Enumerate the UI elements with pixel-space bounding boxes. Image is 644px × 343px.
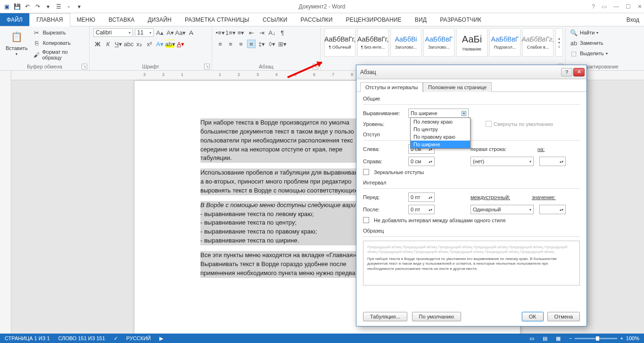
align-justify-icon[interactable]: ≡ (247, 40, 256, 48)
font-color-icon[interactable]: A▾ (176, 40, 185, 48)
qat-customize-icon[interactable]: ▾ (44, 3, 52, 10)
new-doc-icon[interactable]: ▫ (65, 3, 73, 10)
borders-icon[interactable]: ⊞▾ (278, 40, 287, 48)
spacing-before-input[interactable]: 0 пт▴▾ (408, 192, 435, 202)
vertical-ruler[interactable] (0, 71, 11, 334)
styles-more[interactable]: ▴▾≡ (555, 28, 563, 57)
tab-menu[interactable]: Меню (70, 13, 102, 26)
qat-more-icon[interactable]: ▾ (75, 3, 83, 10)
maximize-icon[interactable]: ☐ (626, 3, 631, 10)
word-icon[interactable]: ▣ (3, 3, 10, 10)
zoom-slider[interactable] (575, 338, 617, 339)
dialog-tab-position[interactable]: Положение на странице (423, 82, 492, 92)
select-button[interactable]: ⬚Выделить▾ (570, 49, 608, 58)
line-spacing-select[interactable]: Одинарный▾ (471, 205, 534, 214)
multilevel-icon[interactable]: ≡▾ (237, 28, 245, 37)
tab-mailings[interactable]: РАССЫЛКИ (294, 13, 339, 26)
tab-references[interactable]: ССЫЛКИ (256, 13, 294, 26)
increase-indent-icon[interactable]: ⇥ (257, 28, 266, 37)
find-button[interactable]: 🔍Найти▾ (570, 28, 598, 37)
option-left[interactable]: По левому краю (411, 118, 470, 125)
style-heading2[interactable]: АаБбВвГЗаголово... (423, 28, 454, 57)
tab-layout[interactable]: РАЗМЕТКА СТРАНИЦЫ (178, 13, 256, 26)
first-line-select[interactable]: (нет)▾ (471, 157, 534, 166)
clear-format-icon[interactable]: A̶ (187, 28, 195, 37)
dialog-close-icon[interactable]: ✕ (573, 68, 585, 76)
line-spacing-value-input[interactable]: ▴▾ (539, 205, 566, 214)
dialog-tab-indents[interactable]: Отступы и интервалы (360, 82, 423, 92)
view-read-icon[interactable]: ▭ (529, 335, 534, 342)
highlight-icon[interactable]: ab▾ (166, 40, 174, 48)
ok-button[interactable]: OK (522, 312, 544, 321)
italic-icon[interactable]: К (104, 40, 112, 48)
view-web-icon[interactable]: ▦ (556, 335, 561, 342)
tab-file[interactable]: ФАЙЛ (0, 13, 29, 26)
indent-right-input[interactable]: 0 см▴▾ (408, 157, 435, 166)
replace-button[interactable]: abЗаменить (570, 39, 603, 47)
paragraph-launcher[interactable]: ↘ (313, 64, 318, 69)
numbering-icon[interactable]: 1≡▾ (226, 28, 235, 37)
mirror-checkbox[interactable] (363, 169, 369, 175)
status-page[interactable]: СТРАНИЦА 1 ИЗ 1 (5, 335, 50, 341)
tab-home[interactable]: ГЛАВНАЯ (29, 13, 70, 26)
style-no-spacing[interactable]: АаБбВвГг,¶ Без инте... (357, 28, 388, 57)
strike-icon[interactable]: abc (124, 40, 133, 48)
align-right-icon[interactable]: ≡ (237, 40, 245, 48)
option-justify[interactable]: По ширине (411, 141, 470, 148)
text-effects-icon[interactable]: A▾ (156, 40, 164, 48)
sort-icon[interactable]: A↓ (268, 28, 276, 37)
font-size-select[interactable]: 11▾ (135, 28, 154, 37)
status-lang[interactable]: РУССКИЙ (126, 335, 151, 341)
no-space-checkbox[interactable] (363, 217, 369, 223)
align-center-icon[interactable]: ≡ (226, 40, 235, 48)
style-normal[interactable]: АаБбВвГг,¶ Обычный (324, 28, 355, 57)
superscript-icon[interactable]: x² (145, 40, 154, 48)
format-painter-button[interactable]: 🖌Формат по образцу (33, 49, 85, 60)
tab-view[interactable]: ВИД (408, 13, 433, 26)
copy-button[interactable]: ⎘Копировать (33, 39, 85, 47)
tabs-button[interactable]: Табуляция... (363, 312, 407, 321)
bold-icon[interactable]: Ж (93, 40, 102, 48)
status-macro-icon[interactable]: ▶ (159, 335, 163, 342)
first-line-value-input[interactable]: ▴▾ (539, 157, 566, 166)
dialog-titlebar[interactable]: Абзац ? ✕ (356, 65, 586, 79)
view-print-icon[interactable]: ▤ (543, 335, 547, 342)
tab-review[interactable]: РЕЦЕНЗИРОВАНИЕ (339, 13, 408, 26)
change-case-icon[interactable]: Aa▾ (176, 28, 185, 37)
option-center[interactable]: По центру (411, 125, 470, 133)
default-button[interactable]: По умолчанию (412, 312, 461, 321)
decrease-indent-icon[interactable]: ⇤ (247, 28, 256, 37)
bullets-icon[interactable]: •≡▾ (216, 28, 224, 37)
line-spacing-icon[interactable]: ‡▾ (257, 40, 266, 48)
spacing-after-input[interactable]: 0 пт▴▾ (408, 205, 435, 214)
shrink-font-icon[interactable]: A▾ (166, 28, 174, 37)
cut-button[interactable]: ✂Вырезать (33, 28, 85, 37)
status-proof-icon[interactable]: ✓ (114, 335, 118, 342)
option-right[interactable]: По правому краю (411, 133, 470, 141)
zoom-level[interactable]: 100% (626, 335, 639, 341)
style-subtitle[interactable]: АаБбВвГПодзагол... (489, 28, 520, 57)
tab-insert[interactable]: ВСТАВКА (102, 13, 141, 26)
align-left-icon[interactable]: ≡ (216, 40, 224, 48)
underline-icon[interactable]: Ч▾ (114, 40, 123, 48)
status-words[interactable]: СЛОВО 151 ИЗ 151 (58, 335, 105, 341)
font-name-select[interactable]: Calibri▾ (93, 28, 133, 37)
grow-font-icon[interactable]: A▴ (156, 28, 164, 37)
undo-icon[interactable]: ↶ (24, 3, 31, 10)
style-subtle[interactable]: АаБбВвГг,Слабое в... (522, 28, 553, 57)
cancel-button[interactable]: Отмена (547, 312, 580, 321)
close-icon[interactable]: ✕ (637, 3, 642, 10)
redo-icon[interactable]: ↷ (34, 3, 41, 10)
clipboard-launcher[interactable]: ↘ (82, 64, 87, 69)
tab-developer[interactable]: РАЗРАБОТЧИК (433, 13, 488, 26)
save-icon[interactable]: 💾 (13, 3, 21, 10)
dialog-help-icon[interactable]: ? (561, 68, 572, 76)
help-icon[interactable]: ? (592, 3, 595, 10)
ribbon-options-icon[interactable]: ▭ (602, 3, 607, 10)
minimize-icon[interactable]: — (613, 3, 619, 10)
touch-mode-icon[interactable]: ☰ (55, 3, 62, 10)
paste-button[interactable]: 📋 Вставить ▾ (4, 28, 30, 57)
zoom-out-icon[interactable]: − (569, 335, 572, 341)
sign-in[interactable]: Вход (627, 13, 639, 26)
shading-icon[interactable]: ◊▾ (268, 40, 276, 48)
